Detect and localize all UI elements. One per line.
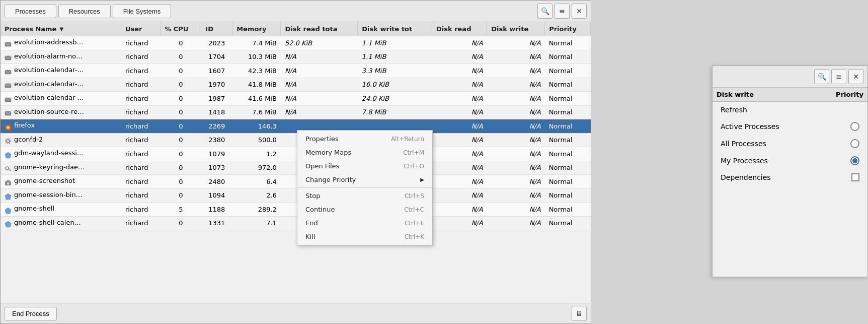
- context-menu-item-memory-maps[interactable]: Memory MapsCtrl+M: [297, 146, 432, 159]
- memory-cell: 6.4: [232, 175, 281, 189]
- search-icon: 🔍: [541, 7, 549, 15]
- main-toolbar: Processes Resources File Systems 🔍 ≡ ✕: [1, 1, 591, 22]
- context-menu-item-continue[interactable]: ContinueCtrl+C: [297, 203, 432, 216]
- cpu-cell: 0: [161, 105, 201, 119]
- disk-write-cell: N/A: [487, 175, 545, 189]
- process-icon: [5, 138, 13, 145]
- context-menu-item-label: Kill: [305, 233, 315, 240]
- secondary-menu-button[interactable]: ≡: [831, 69, 846, 84]
- table-row[interactable]: evolution-calendar-factoryrichard0160742…: [1, 64, 591, 78]
- cpu-cell: 0: [161, 50, 201, 64]
- col-id[interactable]: ID: [201, 22, 232, 36]
- context-menu-item-end[interactable]: EndCtrl+E: [297, 216, 432, 230]
- search-button[interactable]: 🔍: [537, 4, 553, 19]
- table-row[interactable]: gnome-shellrichard51188289.2N/AN/ANormal: [1, 203, 591, 217]
- radio-button[interactable]: [850, 122, 859, 131]
- col-disk-read-total[interactable]: Disk read tota: [281, 22, 358, 36]
- table-row[interactable]: gnome-session-binaryrichard010942.6N/AN/…: [1, 188, 591, 203]
- secondary-search-button[interactable]: 🔍: [814, 69, 829, 84]
- col-disk-read[interactable]: Disk read: [432, 22, 487, 36]
- radio-button[interactable]: [850, 156, 859, 165]
- priority-cell: Normal: [545, 36, 591, 50]
- disk-read-total-cell: N/A: [281, 64, 358, 78]
- priority-cell: Normal: [545, 133, 591, 147]
- memory-cell: 146.3: [232, 119, 281, 134]
- table-row[interactable]: gnome-screenshotrichard024806.4N/AN/ANor…: [1, 175, 591, 189]
- disk-read-cell: N/A: [432, 175, 487, 189]
- table-row[interactable]: gnome-shell-calendar-serverrichard013317…: [1, 216, 591, 230]
- context-menu-item-change-priority[interactable]: Change Priority▶: [297, 173, 432, 186]
- table-row[interactable]: evolution-alarm-notifyrichard0170410.3 M…: [1, 50, 591, 64]
- col-memory[interactable]: Memory: [232, 22, 281, 36]
- disk-write-cell: N/A: [487, 50, 545, 64]
- process-icon: [5, 124, 13, 131]
- disk-read-cell: N/A: [432, 64, 487, 78]
- disk-read-total-cell: N/A: [281, 78, 358, 92]
- table-row[interactable]: evolution-addressbook-factory-richard020…: [1, 36, 591, 50]
- col-cpu[interactable]: % CPU: [161, 22, 201, 36]
- process-name-cell: evolution-calendar-factory-subp: [1, 92, 121, 106]
- end-process-button[interactable]: End Process: [5, 307, 57, 320]
- user-cell: richard: [121, 161, 161, 175]
- bottom-icon-button[interactable]: 🖥: [572, 306, 587, 321]
- cpu-cell: 0: [161, 133, 201, 147]
- col-disk-write-total[interactable]: Disk write tot: [358, 22, 432, 36]
- process-icon: [5, 69, 13, 76]
- context-menu-item-label: Stop: [305, 192, 321, 200]
- cpu-cell: 0: [161, 36, 201, 50]
- context-menu-item-label: Memory Maps: [305, 149, 351, 156]
- memory-cell: 972.0: [232, 161, 281, 175]
- disk-write-total-cell: 24.0 KiB: [358, 92, 432, 106]
- menu-item-my-processes[interactable]: My Processes: [721, 156, 859, 165]
- user-cell: richard: [121, 119, 161, 134]
- secondary-close-button[interactable]: ✕: [848, 69, 863, 84]
- disk-read-cell: N/A: [432, 188, 487, 203]
- svg-point-9: [7, 140, 10, 143]
- close-button[interactable]: ✕: [572, 4, 587, 19]
- checkbox[interactable]: [851, 173, 859, 181]
- process-icon: [5, 193, 13, 200]
- disk-write-total-cell: 3.3 MiB: [358, 64, 432, 78]
- secondary-search-icon: 🔍: [818, 73, 826, 81]
- col-priority[interactable]: Priority: [545, 22, 591, 36]
- priority-cell: Normal: [545, 64, 591, 78]
- process-icon: [5, 207, 13, 214]
- col-process-name[interactable]: Process Name ▼: [1, 22, 121, 36]
- table-row[interactable]: evolution-calendar-factory-subprichard01…: [1, 92, 591, 106]
- file-systems-tab[interactable]: File Systems: [113, 5, 171, 18]
- user-cell: richard: [121, 64, 161, 78]
- id-cell: 2023: [201, 36, 232, 50]
- table-row[interactable]: evolution-calendar-factory-subprichard01…: [1, 78, 591, 92]
- processes-tab[interactable]: Processes: [5, 5, 56, 18]
- menu-button[interactable]: ≡: [555, 4, 570, 19]
- context-menu-item-kill[interactable]: KillCtrl+K: [297, 230, 432, 243]
- table-row[interactable]: evolution-source-registryrichard014187.6…: [1, 105, 591, 119]
- context-menu-item-stop[interactable]: StopCtrl+S: [297, 189, 432, 203]
- table-header-row: Process Name ▼ User % CPU ID Memory Disk…: [1, 22, 591, 36]
- user-cell: richard: [121, 147, 161, 161]
- disk-read-cell: N/A: [432, 105, 487, 119]
- col-user[interactable]: User: [121, 22, 161, 36]
- menu-item-refresh[interactable]: Refresh: [721, 106, 859, 114]
- menu-item-active-processes[interactable]: Active Processes: [721, 122, 859, 131]
- menu-icon: ≡: [559, 7, 565, 15]
- memory-cell: 289.2: [232, 203, 281, 217]
- table-row[interactable]: gdm-wayland-sessionrichard010791.2N/AN/A…: [1, 147, 591, 161]
- table-row[interactable]: gnome-keyring-daemonrichard01073972.0N/A…: [1, 161, 591, 175]
- radio-button[interactable]: [850, 139, 859, 148]
- process-icon: [5, 41, 13, 48]
- table-row[interactable]: firefoxrichard02269146.3N/AN/ANormal: [1, 119, 591, 134]
- menu-item-all-processes[interactable]: All Processes: [721, 139, 859, 148]
- process-name-cell: firefox: [1, 119, 121, 134]
- disk-read-cell: N/A: [432, 36, 487, 50]
- disk-read-cell: N/A: [432, 216, 487, 230]
- disk-write-cell: N/A: [487, 105, 545, 119]
- col-disk-write[interactable]: Disk write: [487, 22, 545, 36]
- memory-cell: 41.8 MiB: [232, 78, 281, 92]
- menu-item-dependencies[interactable]: Dependencies: [721, 173, 859, 181]
- context-menu-item-properties[interactable]: PropertiesAlt+Return: [297, 132, 432, 146]
- cpu-cell: 0: [161, 161, 201, 175]
- table-row[interactable]: gconfd-2richard02380500.0N/AN/ANormal: [1, 133, 591, 147]
- context-menu-item-open-files[interactable]: Open FilesCtrl+O: [297, 159, 432, 173]
- resources-tab[interactable]: Resources: [58, 5, 111, 18]
